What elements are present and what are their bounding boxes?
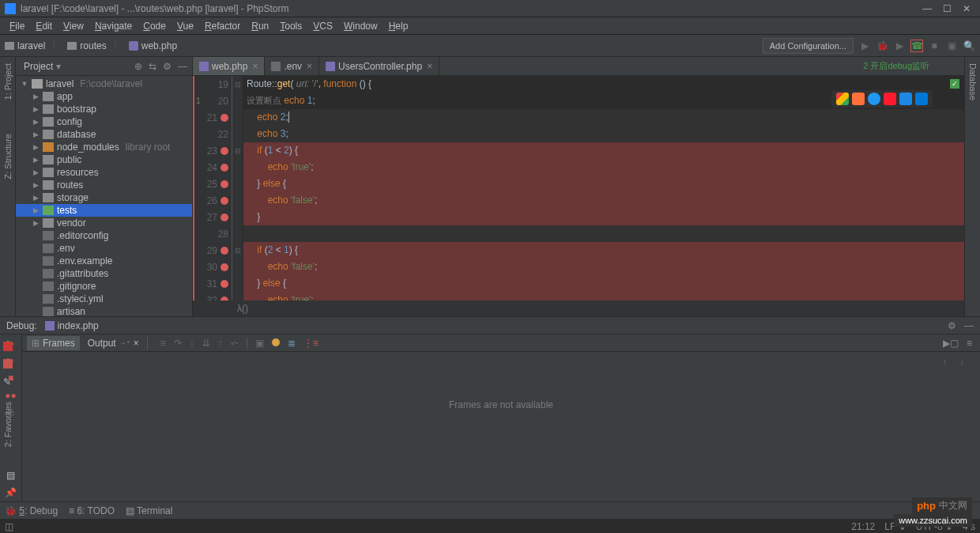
tree-item[interactable]: ▶vendor: [16, 217, 192, 229]
settings-icon[interactable]: ⚙: [163, 61, 172, 72]
close-tab-icon[interactable]: ×: [427, 61, 432, 72]
debug-settings-icon[interactable]: ⚙: [948, 320, 956, 331]
npm-icon[interactable]: [3, 342, 13, 351]
tree-item[interactable]: ▶routes: [16, 179, 192, 191]
gutter-line[interactable]: 21: [194, 109, 232, 126]
tool-project[interactable]: 1: Project: [2, 60, 14, 103]
editor-body[interactable]: 191202122232425262728293031323334 ⊟⊟⊟ ✓ …: [193, 76, 964, 301]
next-frame-icon[interactable]: ↓: [959, 357, 964, 368]
maximize-icon[interactable]: ☐: [943, 3, 952, 14]
fold-marker[interactable]: [232, 109, 243, 126]
close-tab-icon[interactable]: ×: [252, 61, 258, 72]
menu-file[interactable]: File: [5, 19, 29, 33]
status-tab-terminal[interactable]: ▤ Terminal: [126, 505, 172, 516]
code-line[interactable]: echo 'false';: [243, 192, 964, 209]
gutter-line[interactable]: 120: [194, 93, 232, 109]
evaluate-expr-icon[interactable]: [272, 338, 280, 349]
code-line[interactable]: } else {: [243, 275, 964, 292]
breakpoint-icon[interactable]: [220, 280, 228, 288]
tool-database[interactable]: Database: [967, 60, 979, 104]
editor-tab[interactable]: web.php×: [193, 57, 265, 75]
gutter-line[interactable]: 23: [194, 142, 232, 159]
step-out-icon[interactable]: ↑: [218, 338, 223, 349]
show-exec-point-icon[interactable]: ≡: [160, 338, 166, 349]
debug-icon[interactable]: 🐞: [876, 40, 888, 52]
code-editor[interactable]: ✓ Route::get( uri: '/', function () {设置断…: [243, 76, 964, 301]
layout-icon[interactable]: ▣: [945, 40, 958, 52]
breakpoint-icon[interactable]: [220, 147, 228, 155]
fold-marker[interactable]: [232, 93, 243, 109]
tree-item[interactable]: .env.example: [16, 255, 192, 267]
trace-icon[interactable]: ≣: [288, 338, 296, 349]
tree-item[interactable]: ▶public: [16, 153, 192, 166]
close-tab-icon[interactable]: ×: [307, 61, 312, 72]
breadcrumb-item[interactable]: laravel: [5, 40, 45, 51]
drop-frame-icon[interactable]: ⤺: [231, 338, 239, 349]
breakpoint-icon[interactable]: [220, 263, 228, 271]
output-tab[interactable]: Output→⁺×: [83, 336, 144, 350]
run-coverage-icon[interactable]: ▶: [893, 40, 906, 52]
breakpoint-icon[interactable]: [220, 247, 228, 255]
code-line[interactable]: } else {: [243, 176, 964, 192]
gutter-line[interactable]: 19: [194, 76, 232, 93]
gutter-line[interactable]: 26: [194, 192, 232, 209]
more-icon[interactable]: ⋮≡: [303, 338, 318, 349]
status-tab-6todo[interactable]: ≡ 6: TODO: [69, 505, 115, 516]
tree-item[interactable]: .editorconfig: [16, 229, 192, 242]
force-step-into-icon[interactable]: ⇊: [202, 338, 210, 349]
menu-navigate[interactable]: Navigate: [90, 19, 137, 33]
fold-marker[interactable]: ⊟: [232, 242, 243, 259]
tree-item[interactable]: ▶tests: [16, 204, 192, 217]
gutter-line[interactable]: 32: [194, 292, 232, 301]
tree-item[interactable]: ▶bootstrap: [16, 103, 192, 115]
layout-settings-icon[interactable]: ▤: [0, 467, 21, 484]
run-icon[interactable]: ▶: [858, 40, 871, 52]
menu-edit[interactable]: Edit: [31, 19, 57, 33]
code-line[interactable]: echo 'true';: [243, 292, 964, 301]
listen-debug-icon[interactable]: ☎: [910, 40, 923, 52]
breadcrumb-item[interactable]: web.php: [129, 40, 177, 51]
expand-all-icon[interactable]: ⇆: [149, 61, 156, 72]
fold-marker[interactable]: [232, 259, 243, 275]
gutter-line[interactable]: 28: [194, 225, 232, 242]
quick-access-icon[interactable]: ◫: [5, 521, 13, 532]
close-icon[interactable]: ✕: [963, 3, 971, 14]
tree-item[interactable]: .env: [16, 242, 192, 255]
tool-favorites[interactable]: 2: Favorites: [2, 399, 14, 450]
fold-marker[interactable]: [232, 209, 243, 225]
tree-item[interactable]: .gitignore: [16, 280, 192, 293]
menu-code[interactable]: Code: [138, 19, 171, 33]
fold-column[interactable]: ⊟⊟⊟: [232, 76, 243, 301]
minimize-icon[interactable]: —: [922, 3, 932, 14]
code-line[interactable]: [243, 225, 964, 242]
editor-gutter[interactable]: 191202122232425262728293031323334: [193, 76, 232, 301]
debug-hide-icon[interactable]: —: [964, 320, 974, 331]
code-line[interactable]: echo 2;: [243, 109, 964, 126]
menu-refactor[interactable]: Refactor: [200, 19, 245, 33]
tree-root[interactable]: ▼laravelF:\code\laravel: [16, 77, 192, 90]
fold-marker[interactable]: [232, 126, 243, 142]
settings2-icon[interactable]: ≡: [967, 338, 972, 349]
gutter-line[interactable]: 27: [194, 209, 232, 225]
code-line[interactable]: if (2 < 1) {: [243, 242, 964, 259]
editor-tab[interactable]: .env×: [265, 57, 319, 75]
tree-item[interactable]: artisan: [16, 305, 192, 316]
gutter-line[interactable]: 30: [194, 259, 232, 275]
frames-tab[interactable]: ⊞Frames: [27, 336, 80, 350]
gutter-line[interactable]: 31: [194, 275, 232, 292]
editor-tab[interactable]: UsersController.php×: [319, 57, 439, 75]
tree-item[interactable]: ▶app: [16, 90, 192, 103]
caret-position[interactable]: 21:12: [851, 521, 875, 532]
code-line[interactable]: if (1 < 2) {: [243, 142, 964, 159]
fold-marker[interactable]: [232, 176, 243, 192]
code-line[interactable]: echo 'false';: [243, 259, 964, 275]
fold-marker[interactable]: ⊟: [232, 76, 243, 93]
breakpoint-icon[interactable]: [220, 297, 228, 301]
tree-item[interactable]: ▶resources: [16, 166, 192, 179]
fold-marker[interactable]: [232, 159, 243, 176]
menu-vue[interactable]: Vue: [172, 19, 198, 33]
menu-view[interactable]: View: [58, 19, 89, 33]
gutter-line[interactable]: 24: [194, 159, 232, 176]
tree-item[interactable]: ▶node_moduleslibrary root: [16, 141, 192, 153]
code-line[interactable]: 设置断点 echo 1;: [243, 93, 964, 109]
